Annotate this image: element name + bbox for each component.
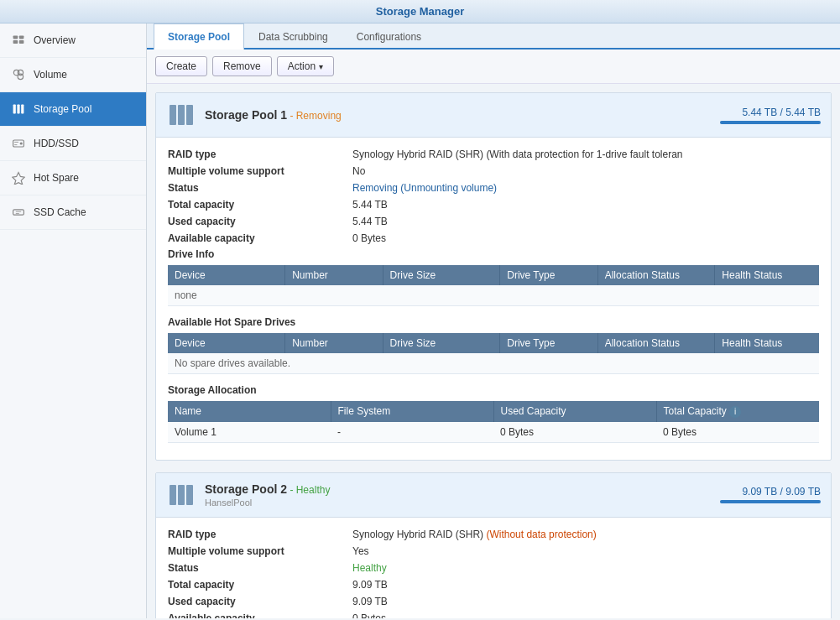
overview-icon [10, 32, 27, 49]
tab-bar: Storage Pool Data Scrubbing Configuratio… [147, 23, 840, 49]
toolbar: Create Remove Action [147, 49, 840, 84]
sidebar-item-overview[interactable]: Overview [0, 23, 146, 58]
action-button[interactable]: Action [277, 56, 334, 76]
pool2-title: Storage Pool 2 - Healthy [205, 482, 720, 496]
pool1-title-area: Storage Pool 1 - Removing [205, 108, 720, 122]
pool1-alloc-row: Volume 1 - 0 Bytes 0 Bytes [168, 422, 819, 443]
svg-rect-18 [170, 105, 176, 125]
sidebar: Overview Volume Storage Pool [0, 23, 147, 618]
pool1-title: Storage Pool 1 - Removing [205, 108, 720, 122]
pool2-capacity-fill [720, 500, 821, 503]
create-button[interactable]: Create [155, 56, 207, 76]
svg-point-6 [18, 70, 23, 75]
svg-rect-19 [178, 105, 185, 125]
pool2-capacity-area: 9.09 TB / 9.09 TB [720, 486, 821, 503]
tab-storage-pool[interactable]: Storage Pool [154, 23, 244, 49]
pool2-avail-row: Available capacity 0 Bytes [168, 610, 819, 618]
sidebar-label-hot-spare: Hot Spare [34, 172, 79, 184]
svg-rect-21 [170, 485, 176, 505]
col-device: Device [168, 265, 285, 285]
pool2-icon [166, 480, 196, 510]
pool2-status-label: - Healthy [290, 484, 330, 496]
pool1-storage-alloc: Storage Allocation Name File System Used… [168, 383, 819, 443]
pool1-hot-spare-table: Device Number Drive Size Drive Type Allo… [168, 333, 819, 374]
svg-rect-7 [13, 104, 16, 113]
pool1-hot-spare-empty: No spare drives available. [168, 353, 819, 374]
col-health: Health Status [715, 265, 819, 285]
pool1-capacity-fill [720, 121, 821, 124]
total-capacity-info-icon[interactable]: i [729, 406, 741, 418]
hot-spare-icon [10, 169, 27, 186]
sidebar-item-storage-pool[interactable]: Storage Pool [0, 92, 146, 127]
sidebar-item-ssd-cache[interactable]: SSD Cache [0, 195, 146, 230]
tab-data-scrubbing[interactable]: Data Scrubbing [244, 23, 342, 49]
pool2-capacity-bar [720, 500, 821, 503]
svg-rect-3 [19, 40, 24, 44]
svg-rect-15 [13, 210, 24, 215]
svg-point-11 [20, 142, 23, 144]
pool1-used-row: Used capacity 5.44 TB [168, 213, 819, 230]
sidebar-label-overview: Overview [34, 34, 76, 46]
pool1-header: Storage Pool 1 - Removing 5.44 TB / 5.44… [156, 93, 831, 138]
svg-rect-22 [178, 485, 185, 505]
pool1-status-label: - Removing [290, 110, 341, 122]
pool1-hot-spare: Available Hot Spare Drives Device Number… [168, 315, 819, 374]
col-type: Drive Type [500, 265, 597, 285]
pool2-title-area: Storage Pool 2 - Healthy HanselPool [205, 482, 720, 508]
app-title: Storage Manager [376, 5, 464, 18]
volume-icon [10, 66, 27, 83]
pool1-drive-empty: none [168, 285, 819, 306]
pool2-raid-value: Synology Hybrid RAID (SHR) (Without data… [352, 529, 597, 540]
pool2-mvs-row: Multiple volume support Yes [168, 543, 819, 560]
pool1-avail-row: Available capacity 0 Bytes [168, 230, 819, 247]
main-content: Storage Pool Data Scrubbing Configuratio… [147, 23, 840, 618]
svg-rect-1 [19, 35, 24, 39]
pool2-capacity-display: 9.09 TB / 9.09 TB [720, 486, 821, 498]
pool1-capacity-display: 5.44 TB / 5.44 TB [720, 107, 821, 118]
col-size: Drive Size [383, 265, 500, 285]
pool1-capacity-area: 5.44 TB / 5.44 TB [720, 107, 821, 124]
pool2-total-row: Total capacity 9.09 TB [168, 576, 819, 593]
storage-pool-icon [10, 101, 27, 117]
content-area: Storage Pool 1 - Removing 5.44 TB / 5.44… [147, 84, 840, 618]
pool2-card: Storage Pool 2 - Healthy HanselPool 9.09… [155, 472, 832, 618]
pool1-capacity-bar [720, 121, 821, 124]
pool1-drive-table: Device Number Drive Size Drive Type Allo… [168, 265, 819, 306]
pool2-header: Storage Pool 2 - Healthy HanselPool 9.09… [156, 473, 831, 518]
sidebar-item-hdd-ssd[interactable]: HDD/SSD [0, 127, 146, 161]
sidebar-item-volume[interactable]: Volume [0, 58, 146, 92]
pool1-status-row: Status Removing (Unmounting volume) [168, 180, 819, 196]
sidebar-label-volume: Volume [34, 69, 67, 81]
ssd-cache-icon [10, 204, 27, 221]
col-alloc: Allocation Status [597, 265, 715, 285]
pool1-raid-row: RAID type Synology Hybrid RAID (SHR) (Wi… [168, 146, 819, 163]
svg-rect-0 [13, 35, 18, 39]
pool1-total-row: Total capacity 5.44 TB [168, 196, 819, 213]
remove-button[interactable]: Remove [212, 56, 272, 76]
pool2-raid-row: RAID type Synology Hybrid RAID (SHR) (Wi… [168, 526, 819, 543]
pool2-body: RAID type Synology Hybrid RAID (SHR) (Wi… [156, 518, 831, 618]
sidebar-item-hot-spare[interactable]: Hot Spare [0, 161, 146, 195]
svg-rect-20 [186, 105, 193, 125]
pool2-used-row: Used capacity 9.09 TB [168, 593, 819, 610]
sidebar-label-hdd-ssd: HDD/SSD [34, 138, 79, 149]
pool1-mvs-row: Multiple volume support No [168, 163, 819, 180]
pool1-body: RAID type Synology Hybrid RAID (SHR) (Wi… [156, 138, 831, 460]
pool1-alloc-table: Name File System Used Capacity Total Cap… [168, 401, 819, 443]
svg-rect-8 [17, 104, 19, 113]
pool1-icon [166, 100, 196, 130]
pool2-status-row: Status Healthy [168, 560, 819, 576]
sidebar-label-ssd-cache: SSD Cache [34, 206, 86, 218]
svg-rect-9 [21, 104, 23, 113]
title-bar: Storage Manager [0, 0, 840, 23]
sidebar-label-storage-pool: Storage Pool [34, 103, 91, 115]
tab-configurations[interactable]: Configurations [342, 23, 436, 49]
svg-rect-23 [186, 485, 193, 505]
col-number: Number [285, 265, 383, 285]
svg-marker-14 [13, 173, 24, 185]
svg-rect-2 [13, 40, 18, 44]
pool2-subtitle: HanselPool [205, 498, 720, 508]
pool1-card: Storage Pool 1 - Removing 5.44 TB / 5.44… [155, 92, 832, 461]
pool1-drive-info: Drive Info Device Number Drive Size Driv… [168, 247, 819, 306]
pool1-status-value: Removing (Unmounting volume) [352, 182, 497, 194]
